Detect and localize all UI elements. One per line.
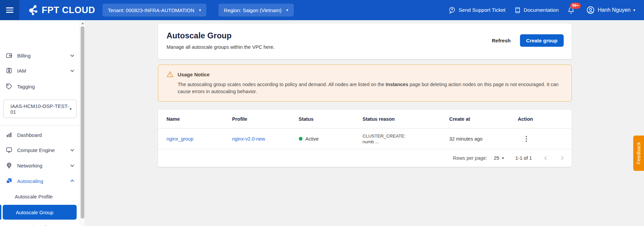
caret-down-icon: ▾ [502, 156, 504, 160]
chevron-down-icon [70, 148, 74, 151]
sidebar-item-billing[interactable]: Billing [0, 48, 80, 63]
tenant-dropdown[interactable]: Tenant: 000823-INFRA-AUTOMATION ▾ [103, 4, 206, 16]
sidebar-scrollbar[interactable] [80, 20, 85, 226]
column-header-status: Status [299, 116, 363, 122]
documentation-label: Documentation [524, 7, 559, 13]
sidebar-item-tagging[interactable]: Tagging [0, 79, 80, 93]
notice-body-text: The autoscaling group scales nodes accor… [178, 82, 386, 87]
autoscaling-layers-icon [5, 177, 13, 185]
chevron-down-icon [70, 163, 74, 167]
profile-link[interactable]: nginx-v2.0-new [232, 136, 299, 142]
region-dropdown[interactable]: Region: Saigon (Vietnam) ▾ [218, 4, 294, 16]
user-menu[interactable]: Hanh Nguyen ▾ [586, 6, 635, 14]
status-reason-line1: CLUSTER_CREATE: [363, 133, 449, 139]
sidebar-item-label: Autoscale Group [16, 210, 53, 215]
bar-chart-icon [5, 131, 13, 139]
caret-down-icon: ▾ [633, 8, 635, 12]
sidebar-item-label: Networking [17, 163, 42, 168]
chevron-up-icon [70, 180, 74, 183]
app-window: FPT CLOUD Tenant: 000823-INFRA-AUTOMATIO… [0, 0, 644, 226]
notice-body-bold: Instances [386, 82, 408, 87]
notification-count-badge: 99+ [570, 3, 581, 9]
header-actions: Refresh Create group [488, 34, 563, 47]
brand-logo[interactable]: FPT CLOUD [27, 4, 95, 16]
feedback-tab-button[interactable]: Feedback [633, 136, 644, 171]
support-chat-icon [448, 6, 456, 14]
tag-icon [5, 83, 13, 90]
column-header-create-at: Create at [449, 116, 518, 122]
refresh-button[interactable]: Refresh [488, 35, 514, 46]
sidebar-item-networking[interactable]: Networking [0, 158, 80, 173]
status-cell: Active [299, 136, 363, 142]
vpc-selector-dropdown[interactable]: IAAS-HCM10-OSP-TEST-01 ▾ [3, 100, 77, 118]
hamburger-icon [6, 6, 13, 14]
caret-down-icon: ▾ [199, 8, 201, 12]
sidebar-item-label: Billing [17, 53, 31, 59]
brand-name: FPT CLOUD [42, 5, 95, 15]
table-pagination: Rows per page: 25 ▾ 1-1 of 1 [158, 149, 572, 167]
usage-notice-banner: Usage Notice The autoscaling group scale… [158, 65, 572, 102]
status-reason-cell: CLUSTER_CREATE: numb ... [363, 133, 449, 145]
warning-triangle-icon [166, 71, 174, 78]
rows-per-page-value: 25 [494, 155, 499, 161]
chevron-down-icon [70, 53, 74, 57]
fpt-cloud-molecule-icon [27, 4, 39, 16]
sidebar-item-autoscale-profile[interactable]: Autoscale Profile [0, 189, 80, 203]
caret-down-icon: ▾ [286, 8, 288, 12]
scrollbar-up-arrow[interactable] [81, 22, 84, 24]
sidebar-item-label: Autoscaling [17, 178, 43, 184]
send-support-ticket-label: Send Support Ticket [458, 7, 506, 13]
notice-title: Usage Notice [178, 72, 210, 77]
sidebar-item-autoscale-policy[interactable]: Autoscale Policy [0, 220, 80, 226]
user-avatar-icon [586, 6, 595, 14]
documentation-book-icon [514, 6, 521, 14]
sidebar-item-label: Autoscale Policy [15, 225, 52, 226]
selected-item-indicator [0, 205, 1, 220]
create-at-cell: 32 minutes ago [449, 136, 518, 142]
region-dropdown-label: Region: Saigon (Vietnam) [224, 7, 282, 13]
sidebar-item-compute-engine[interactable]: Compute Engine [0, 143, 80, 157]
row-action-kebab-button[interactable] [522, 134, 531, 144]
notice-body: The autoscaling group scales nodes accor… [178, 81, 563, 95]
vpc-selector-value: IAAS-HCM10-OSP-TEST-01 [10, 103, 70, 115]
autoscale-group-table-card: Name Profile Status Status reason Create… [158, 110, 572, 167]
send-support-ticket-link[interactable]: Send Support Ticket [448, 6, 506, 14]
caret-down-icon: ▾ [70, 107, 72, 111]
top-navbar: FPT CLOUD Tenant: 000823-INFRA-AUTOMATIO… [0, 0, 644, 20]
sidebar-item-autoscale-group-selected[interactable]: Autoscale Group [3, 205, 77, 220]
rows-per-page-select[interactable]: 25 ▾ [494, 155, 504, 161]
column-header-profile: Profile [232, 116, 299, 122]
column-header-status-reason: Status reason [363, 116, 449, 122]
hamburger-menu-button[interactable] [0, 0, 19, 20]
sidebar: Billing IAM Tagging IAAS-HCM10-OSP-TEST-… [0, 20, 80, 226]
monitor-icon [5, 146, 13, 154]
group-name-link[interactable]: nginx_group [167, 136, 232, 142]
sidebar-item-autoscaling[interactable]: Autoscaling [0, 174, 80, 188]
notifications-button[interactable]: 99+ [567, 6, 575, 14]
main-content: Autoscale Group Manage all autoscale gro… [85, 20, 644, 226]
status-active-dot [299, 137, 303, 141]
wallet-icon [5, 52, 13, 59]
sidebar-item-label: Autoscale Profile [15, 194, 53, 199]
pagination-range: 1-1 of 1 [515, 155, 532, 161]
table-row: nginx_group nginx-v2.0-new Active CLUSTE… [158, 128, 572, 149]
navbar-right-group: Send Support Ticket Documentation 99+ Ha… [448, 6, 644, 14]
rows-per-page-label: Rows per page: [453, 155, 487, 161]
column-header-name: Name [167, 116, 232, 122]
sidebar-item-label: Dashboard [17, 132, 42, 138]
previous-page-button[interactable] [544, 156, 549, 160]
sidebar-item-iam[interactable]: IAM [0, 64, 80, 78]
sidebar-item-dashboard[interactable]: Dashboard [0, 128, 80, 142]
sidebar-item-label: IAM [17, 68, 26, 74]
status-label: Active [306, 136, 319, 142]
scrollbar-thumb[interactable] [81, 26, 84, 219]
feedback-label: Feedback [636, 142, 642, 164]
documentation-link[interactable]: Documentation [514, 6, 559, 14]
create-group-button[interactable]: Create group [520, 34, 563, 47]
table-header-row: Name Profile Status Status reason Create… [158, 110, 572, 128]
chevron-down-icon [70, 68, 74, 72]
page-header-card: Autoscale Group Manage all autoscale gro… [158, 24, 572, 59]
column-header-action: Action [518, 116, 572, 122]
next-page-button[interactable] [559, 156, 564, 160]
status-reason-line2: numb ... [363, 139, 449, 145]
